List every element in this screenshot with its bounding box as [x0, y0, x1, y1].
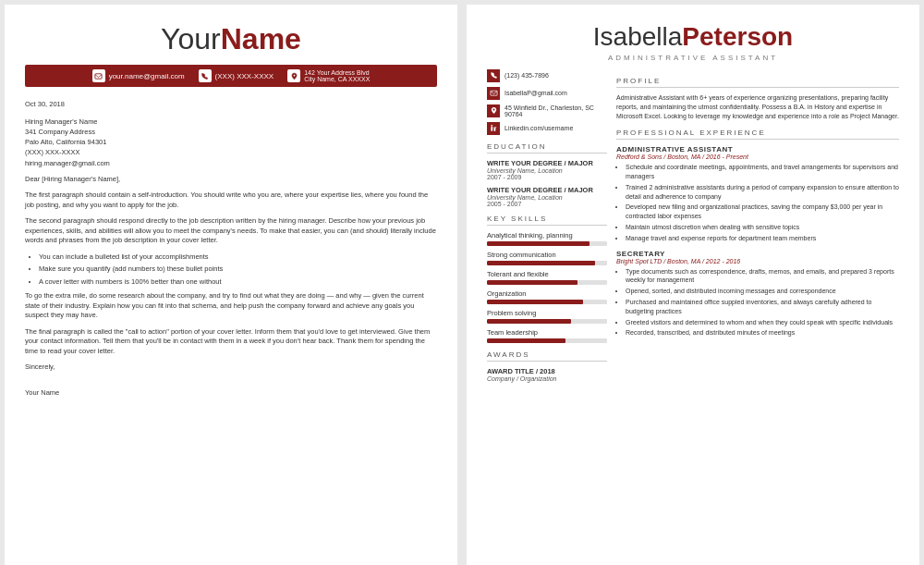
skill-label-0: Analytical thinking, planning: [487, 231, 607, 240]
job-2-company: Bright Spot LTD / Boston, MA / 2012 - 20…: [616, 258, 899, 264]
svg-rect-2: [490, 92, 496, 96]
address-contact: 142 Your Address Blvd City Name, CA XXXX…: [287, 69, 370, 82]
svg-point-5: [491, 125, 492, 127]
skill-item-1: Strong communication: [487, 251, 607, 265]
location-icon: [287, 69, 300, 82]
job-1-company: Redford & Sons / Boston, MA / 2016 - Pre…: [616, 154, 899, 160]
paragraph-4: The final paragraph is called the "call …: [25, 327, 437, 357]
skills-section: Analytical thinking, planning Strong com…: [487, 231, 607, 343]
skill-bar-container-4: [487, 319, 607, 324]
skill-bar-1: [487, 261, 595, 265]
phone-text: (XXX) XXX-XXXX: [215, 72, 274, 80]
svg-rect-4: [491, 127, 492, 131]
edu-degree-2: Write Your Degree / Major: [487, 186, 607, 194]
svg-point-1: [293, 74, 295, 76]
job-1: Administrative Assistant Redford & Sons …: [616, 145, 899, 242]
experience-title: Professional Experience: [616, 129, 899, 140]
resume-header: IsabellaPeterson: [487, 23, 899, 52]
bullet-2: Make sure you quantify (add numbers to) …: [39, 264, 437, 275]
contact-bar: your.name@gmail.com (XXX) XXX-XXXX 142 Y…: [25, 65, 437, 87]
resume-main-col: Profile Administrative Assistant with 6+…: [616, 69, 899, 382]
skill-item-3: Organization: [487, 289, 607, 304]
resume-email: IsabellaP@gmail.com: [487, 87, 607, 100]
job-2: Secretary Bright Spot LTD / Boston, MA /…: [616, 250, 899, 338]
resume-email-icon: [487, 87, 500, 100]
resume-address: 45 Winfield Dr., Charleston, SC 90764: [487, 104, 607, 117]
email-text: your.name@gmail.com: [109, 72, 185, 80]
skill-bar-container-3: [487, 300, 607, 304]
resume-phone-icon: [487, 69, 500, 82]
skill-bar-container-1: [487, 261, 607, 265]
letter-body: Oct 30, 2018 Hiring Manager's Name 341 C…: [25, 100, 437, 399]
job-1-bullet-2: Developed new filing and organizational …: [626, 203, 899, 221]
award-org-1: Company / Organization: [487, 375, 607, 382]
letter-address: Hiring Manager's Name 341 Company Addres…: [25, 117, 437, 168]
resume-page: IsabellaPeterson Administrative Assistan…: [467, 5, 919, 565]
job-2-bullet-4: Recorded, transcribed, and distributed m…: [626, 328, 899, 338]
skill-bar-5: [487, 338, 565, 343]
skill-bar-container-5: [487, 338, 607, 343]
job-1-title: Administrative Assistant: [616, 145, 899, 154]
skill-bar-2: [487, 280, 578, 285]
svg-point-3: [492, 109, 494, 111]
paragraph-2: The second paragraph should respond dire…: [25, 216, 437, 246]
skill-bar-container-2: [487, 280, 607, 285]
skill-label-4: Problem solving: [487, 309, 607, 317]
addr-line-4: (XXX) XXX-XXXX: [25, 147, 437, 157]
job-1-bullet-1: Trained 2 administrative assistants duri…: [626, 183, 899, 202]
skill-label-5: Team leadership: [487, 328, 607, 337]
resume-name-last: Peterson: [682, 22, 793, 51]
skill-label-3: Organization: [487, 289, 607, 298]
paragraph-1: The first paragraph should contain a sel…: [25, 190, 437, 210]
profile-text: Administrative Assistant with 6+ years o…: [616, 93, 899, 121]
awards-section: Award Title / 2018 Company / Organizatio…: [487, 367, 607, 382]
edu-item-1: Write Your Degree / Major University Nam…: [487, 159, 607, 180]
edu-item-2: Write Your Degree / Major University Nam…: [487, 186, 607, 207]
job-1-bullet-3: Maintain utmost discretion when dealing …: [626, 223, 899, 232]
cover-letter-page: YourName your.name@gmail.com (XXX) XXX-X…: [5, 5, 457, 565]
addr-line-3: Palo Alto, California 94301: [25, 137, 437, 147]
sign-name: Your Name: [25, 388, 437, 399]
skill-label-2: Tolerant and flexible: [487, 270, 607, 278]
skills-title: Key Skills: [487, 215, 607, 226]
skill-bar-3: [487, 300, 583, 304]
resume-name-first: Isabella: [593, 22, 683, 51]
skill-bar-4: [487, 319, 571, 324]
skill-item-4: Problem solving: [487, 309, 607, 324]
resume-linkedin-text: Linkedin.com/username: [505, 125, 573, 131]
skill-bar-0: [487, 241, 590, 246]
job-1-bullet-4: Manage travel and expense reports for de…: [626, 234, 899, 243]
job-2-bullet-1: Opened, sorted, and distributed incoming…: [626, 287, 899, 296]
skill-label-1: Strong communication: [487, 251, 607, 259]
resume-email-text: IsabellaP@gmail.com: [505, 90, 567, 96]
job-2-bullet-2: Purchased and maintained office suppled …: [626, 298, 899, 316]
phone-contact: (XXX) XXX-XXXX: [199, 69, 274, 82]
resume-linkedin: Linkedin.com/username: [487, 122, 607, 135]
job-2-title: Secretary: [616, 250, 899, 258]
profile-title: Profile: [616, 77, 899, 88]
awards-title: Awards: [487, 350, 607, 362]
addr-line-2: 341 Company Address: [25, 127, 437, 137]
edu-school-1: University Name, Location: [487, 167, 607, 174]
edu-degree-1: Write Your Degree / Major: [487, 159, 607, 167]
skill-item-5: Team leadership: [487, 328, 607, 343]
resume-contact-col: (123) 435-7896 IsabellaP@gmail.com 45 Wi…: [487, 69, 616, 382]
resume-linkedin-icon: [487, 122, 500, 135]
bullet-1: You can include a bulleted list of your …: [39, 252, 437, 263]
edu-year-1: 2007 - 2009: [487, 174, 607, 180]
email-icon: [92, 69, 105, 82]
skill-bar-container-0: [487, 241, 607, 246]
address-text: 142 Your Address Blvd City Name, CA XXXX…: [304, 69, 370, 82]
cover-letter-header: YourName: [25, 23, 437, 55]
resume-address-text: 45 Winfield Dr., Charleston, SC 90764: [505, 104, 607, 117]
resume-address-icon: [487, 104, 500, 117]
job-1-bullet-0: Schedule and coordinate meetings, appoin…: [626, 163, 899, 181]
education-title: Education: [487, 142, 607, 154]
email-contact: your.name@gmail.com: [92, 69, 185, 82]
skill-item-2: Tolerant and flexible: [487, 270, 607, 285]
svg-rect-0: [95, 73, 102, 78]
phone-icon: [199, 69, 212, 82]
edu-school-2: University Name, Location: [487, 194, 607, 201]
job-2-bullets: Type documents such as correspondence, d…: [626, 267, 899, 338]
edu-year-2: 2005 - 2007: [487, 201, 607, 207]
